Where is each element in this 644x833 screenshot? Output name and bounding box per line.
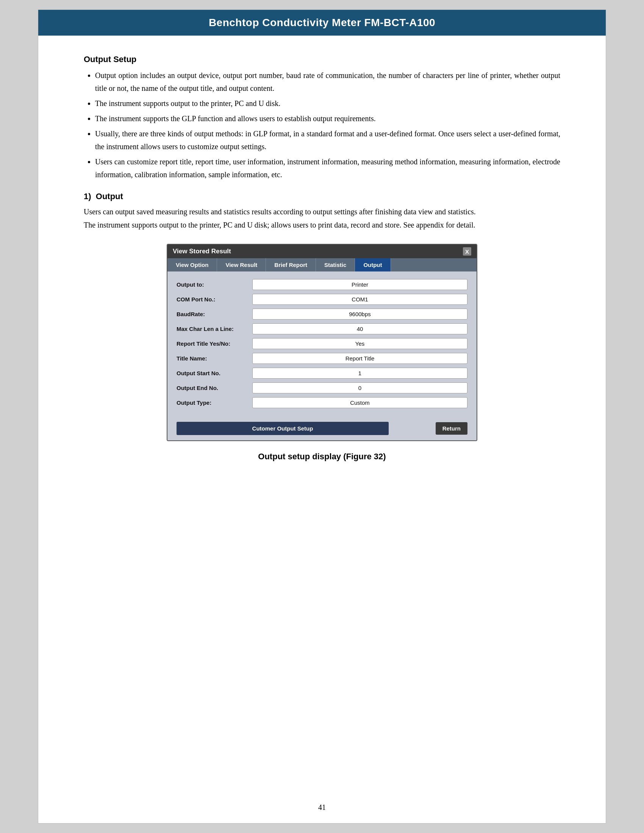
value-com-port[interactable]: COM1 (252, 294, 467, 305)
dialog-wrapper: View Stored Result X View Option View Re… (84, 244, 560, 441)
tab-view-result[interactable]: View Result (217, 258, 266, 272)
page-title: Benchtop Conductivity Meter FM-BCT-A100 (209, 17, 435, 28)
value-max-char[interactable]: 40 (252, 323, 467, 334)
field-title-name: Title Name: Report Title (177, 353, 467, 364)
dialog-title: View Stored Result (173, 248, 231, 255)
value-output-end[interactable]: 0 (252, 383, 467, 393)
label-com-port: COM Port No.: (177, 296, 252, 302)
output-numbered-section: 1) Output Users can output saved measuri… (84, 191, 560, 232)
tab-output[interactable]: Output (355, 258, 391, 272)
field-output-type: Output Type: Custom (177, 397, 467, 408)
field-max-char: Max Char Len a Line: 40 (177, 323, 467, 334)
label-output-end: Output End No. (177, 385, 252, 391)
dialog-close-button[interactable]: X (463, 247, 471, 256)
page: Benchtop Conductivity Meter FM-BCT-A100 … (38, 10, 606, 823)
label-max-char: Max Char Len a Line: (177, 326, 252, 332)
bullet-4: Usually, there are three kinds of output… (95, 127, 560, 153)
dialog-body: Output to: Printer COM Port No.: COM1 Ba… (167, 272, 477, 418)
tab-view-option[interactable]: View Option (167, 258, 217, 272)
label-title-name: Title Name: (177, 355, 252, 362)
output-setup-bullets: Output option includes an output device,… (95, 69, 560, 181)
tab-brief-report[interactable]: Brief Report (266, 258, 316, 272)
page-content: Output Setup Output option includes an o… (38, 35, 606, 796)
dialog-footer: Cutomer Output Setup Return (167, 418, 477, 441)
value-baudrate[interactable]: 9600bps (252, 309, 467, 320)
label-output-type: Output Type: (177, 399, 252, 406)
output-section-title: 1) Output (84, 191, 560, 201)
field-output-end: Output End No. 0 (177, 383, 467, 393)
tab-statistic[interactable]: Statistic (316, 258, 355, 272)
page-header: Benchtop Conductivity Meter FM-BCT-A100 (38, 10, 606, 35)
page-number: 41 (38, 796, 606, 823)
field-output-to: Output to: Printer (177, 279, 467, 290)
field-output-start: Output Start No. 1 (177, 368, 467, 379)
bullet-3: The instrument supports the GLP function… (95, 112, 560, 125)
figure-caption: Output setup display (Figure 32) (84, 452, 560, 462)
field-baudrate: BaudRate: 9600bps (177, 309, 467, 320)
output-setup-section: Output Setup Output option includes an o… (84, 55, 560, 181)
label-output-to: Output to: (177, 281, 252, 288)
output-setup-heading: Output Setup (84, 55, 560, 64)
field-report-title-yesno: Report Title Yes/No: Yes (177, 338, 467, 349)
customer-output-setup-button[interactable]: Cutomer Output Setup (177, 422, 389, 435)
value-report-title-yesno[interactable]: Yes (252, 338, 467, 349)
value-output-to[interactable]: Printer (252, 279, 467, 290)
output-section-body: Users can output saved measuring results… (84, 205, 560, 232)
label-report-title-yesno: Report Title Yes/No: (177, 340, 252, 347)
bullet-1: Output option includes an output device,… (95, 69, 560, 95)
field-com-port: COM Port No.: COM1 (177, 294, 467, 305)
label-baudrate: BaudRate: (177, 311, 252, 317)
bullet-2: The instrument supports output to the pr… (95, 97, 560, 110)
return-button[interactable]: Return (436, 422, 467, 435)
value-output-start[interactable]: 1 (252, 368, 467, 379)
bullet-5: Users can customize report title, report… (95, 155, 560, 181)
dialog-titlebar: View Stored Result X (167, 244, 477, 258)
value-output-type[interactable]: Custom (252, 397, 467, 408)
label-output-start: Output Start No. (177, 370, 252, 376)
dialog-tabs: View Option View Result Brief Report Sta… (167, 258, 477, 272)
view-stored-result-dialog: View Stored Result X View Option View Re… (167, 244, 477, 441)
value-title-name[interactable]: Report Title (252, 353, 467, 364)
